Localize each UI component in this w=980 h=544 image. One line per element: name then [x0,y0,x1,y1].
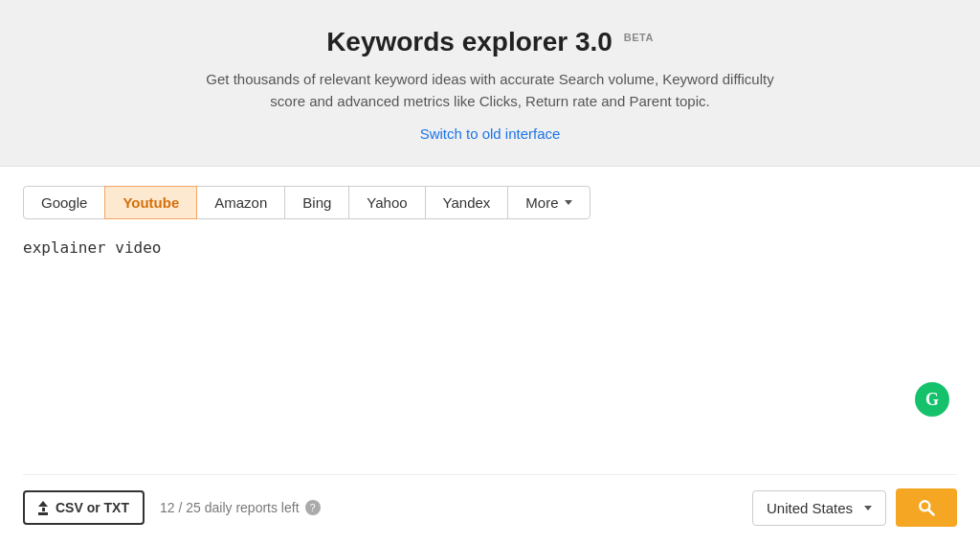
tab-amazon[interactable]: Amazon [196,186,285,219]
tab-yahoo[interactable]: Yahoo [348,186,425,219]
tab-google[interactable]: Google [23,186,105,219]
tab-more[interactable]: More [507,186,590,219]
upload-base-icon [38,512,48,515]
title-text: Keywords explorer 3.0 [326,27,612,57]
tab-bing[interactable]: Bing [284,186,349,219]
page-title: Keywords explorer 3.0 BETA [19,27,961,57]
footer-left: CSV or TXT 12 / 25 daily reports left ? [23,490,321,525]
country-select[interactable]: United States [752,490,886,526]
help-icon[interactable]: ? [305,500,321,515]
svg-line-1 [929,510,934,515]
tab-yandex[interactable]: Yandex [425,186,509,219]
header-section: Keywords explorer 3.0 BETA Get thousands… [0,0,980,166]
footer-row: CSV or TXT 12 / 25 daily reports left ? … [23,474,957,527]
reports-text: 12 / 25 daily reports left [160,500,300,515]
upload-line-icon [42,508,45,511]
grammarly-g-letter: G [925,390,939,410]
chevron-down-icon [565,200,572,205]
header-description: Get thousands of relevant keyword ideas … [203,69,777,112]
reports-left: 12 / 25 daily reports left ? [160,500,321,515]
search-area: explainer video G [23,235,957,474]
csv-upload-button[interactable]: CSV or TXT [23,490,145,525]
country-label: United States [767,500,853,516]
more-label: More [525,194,558,211]
tab-youtube[interactable]: Youtube [104,186,197,219]
beta-badge: BETA [624,32,654,43]
upload-icon [38,501,48,515]
search-icon [917,498,936,517]
search-button[interactable] [896,488,957,527]
footer-right: United States [752,488,957,527]
upload-arrow-icon [38,501,48,507]
tabs-row: Google Youtube Amazon Bing Yahoo Yandex … [23,186,957,219]
main-section: Google Youtube Amazon Bing Yahoo Yandex … [0,166,980,544]
csv-button-label: CSV or TXT [56,500,129,515]
keyword-input[interactable]: explainer video [23,235,957,474]
country-chevron-icon [864,506,872,510]
switch-interface-link[interactable]: Switch to old interface [420,125,561,142]
grammarly-icon: G [915,382,949,417]
